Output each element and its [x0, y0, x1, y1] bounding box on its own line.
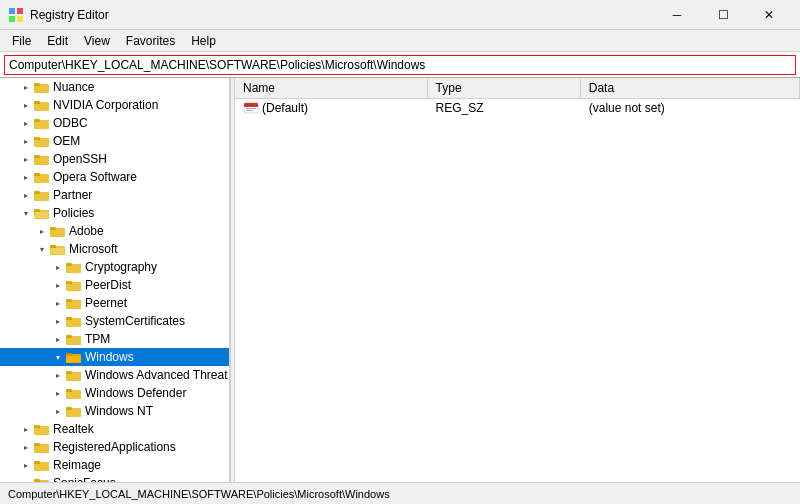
tree-item-label: PeerDist: [85, 276, 131, 294]
expand-icon[interactable]: ▸: [34, 223, 50, 239]
collapse-icon[interactable]: ▾: [50, 349, 66, 365]
menu-item-file[interactable]: File: [4, 30, 39, 52]
folder-icon: [66, 261, 82, 274]
tree-panel[interactable]: ▸ Nuance▸ NVIDIA Corporation▸ ODBC▸ OEM▸…: [0, 78, 230, 482]
tree-item[interactable]: ▸ OEM: [0, 132, 229, 150]
folder-icon: [66, 297, 82, 310]
expand-icon[interactable]: ▸: [18, 151, 34, 167]
svg-rect-17: [34, 191, 40, 194]
tree-item[interactable]: ▸ Opera Software: [0, 168, 229, 186]
menu-bar: FileEditViewFavoritesHelp: [0, 30, 800, 52]
title-bar: Registry Editor ─ ☐ ✕: [0, 0, 800, 30]
svg-rect-42: [66, 353, 72, 356]
tree-item[interactable]: ▸ Cryptography: [0, 258, 229, 276]
expand-icon[interactable]: ▸: [18, 79, 34, 95]
app-icon: [8, 7, 24, 23]
expand-icon[interactable]: ▸: [18, 169, 34, 185]
svg-rect-35: [66, 299, 72, 302]
collapse-icon[interactable]: ▾: [34, 241, 50, 257]
tree-item[interactable]: ▸ ODBC: [0, 114, 229, 132]
menu-item-edit[interactable]: Edit: [39, 30, 76, 52]
tree-item-label: ODBC: [53, 114, 88, 132]
tree-item[interactable]: ▸ Realtek: [0, 420, 229, 438]
expand-icon[interactable]: ▸: [18, 457, 34, 473]
svg-rect-46: [66, 371, 72, 374]
tree-item[interactable]: ▾ Windows: [0, 348, 229, 366]
svg-rect-13: [34, 155, 40, 158]
window-title: Registry Editor: [30, 8, 654, 22]
tree-item[interactable]: ▸ Nuance: [0, 78, 229, 96]
tree-item[interactable]: ▾ Microsoft: [0, 240, 229, 258]
folder-icon: [50, 225, 66, 238]
expand-icon[interactable]: ▸: [50, 277, 66, 293]
tree-item-label: Opera Software: [53, 168, 137, 186]
folder-icon: [34, 81, 50, 94]
expand-icon[interactable]: ▸: [50, 385, 66, 401]
tree-item-label: Realtek: [53, 420, 94, 438]
svg-rect-52: [34, 425, 40, 428]
folder-icon: [66, 279, 82, 292]
expand-icon[interactable]: ▸: [18, 475, 34, 482]
tree-item[interactable]: ▸ NVIDIA Corporation: [0, 96, 229, 114]
table-row[interactable]: (Default)REG_SZ(value not set): [235, 98, 800, 117]
address-input[interactable]: [4, 55, 796, 75]
tree-item[interactable]: ▸ Adobe: [0, 222, 229, 240]
expand-icon[interactable]: ▸: [18, 187, 34, 203]
menu-item-favorites[interactable]: Favorites: [118, 30, 183, 52]
tree-item[interactable]: ▸ Windows Defender: [0, 384, 229, 402]
table-header-row: NameTypeData: [235, 78, 800, 98]
folder-icon: [50, 243, 66, 256]
expand-icon[interactable]: ▸: [18, 133, 34, 149]
svg-rect-27: [50, 245, 56, 248]
svg-rect-50: [66, 407, 72, 410]
tree-item-label: SonicFocus: [53, 474, 116, 482]
tree-item[interactable]: ▸ PeerDist: [0, 276, 229, 294]
folder-icon: [34, 441, 50, 454]
expand-icon[interactable]: ▸: [18, 421, 34, 437]
minimize-button[interactable]: ─: [654, 0, 700, 30]
expand-icon[interactable]: ▸: [50, 331, 66, 347]
tree-item-label: Microsoft: [69, 240, 118, 258]
svg-rect-39: [66, 335, 72, 338]
tree-item[interactable]: ▸ SonicFocus: [0, 474, 229, 482]
expand-icon[interactable]: ▸: [18, 439, 34, 455]
tree-item-label: NVIDIA Corporation: [53, 96, 158, 114]
expand-icon[interactable]: ▸: [18, 97, 34, 113]
svg-rect-5: [34, 83, 40, 86]
maximize-button[interactable]: ☐: [700, 0, 746, 30]
svg-rect-70: [246, 110, 253, 111]
svg-rect-20: [34, 209, 40, 212]
collapse-icon[interactable]: ▾: [18, 205, 34, 221]
registry-data-cell: (value not set): [580, 98, 799, 117]
menu-item-view[interactable]: View: [76, 30, 118, 52]
folder-icon: [66, 387, 82, 400]
tree-item-label: Nuance: [53, 78, 94, 96]
expand-icon[interactable]: ▸: [50, 295, 66, 311]
tree-item[interactable]: ▸ Windows Advanced Threat Prote…: [0, 366, 229, 384]
expand-icon[interactable]: ▸: [50, 403, 66, 419]
expand-icon[interactable]: ▸: [18, 115, 34, 131]
tree-item[interactable]: ▸ Partner: [0, 186, 229, 204]
expand-icon[interactable]: ▸: [50, 367, 66, 383]
tree-item[interactable]: ▸ SystemCertificates: [0, 312, 229, 330]
folder-icon: [34, 117, 50, 130]
menu-item-help[interactable]: Help: [183, 30, 224, 52]
tree-item[interactable]: ▸ Peernet: [0, 294, 229, 312]
tree-item[interactable]: ▸ Reimage: [0, 456, 229, 474]
tree-item[interactable]: ▾ Policies: [0, 204, 229, 222]
tree-item[interactable]: ▸ Windows NT: [0, 402, 229, 420]
folder-icon: [66, 351, 82, 364]
tree-item[interactable]: ▸ OpenSSH: [0, 150, 229, 168]
expand-icon[interactable]: ▸: [50, 259, 66, 275]
expand-icon[interactable]: ▸: [50, 313, 66, 329]
registry-name-cell: (Default): [235, 98, 427, 117]
close-button[interactable]: ✕: [746, 0, 792, 30]
tree-item[interactable]: ▸ TPM: [0, 330, 229, 348]
svg-rect-7: [34, 101, 40, 104]
svg-rect-3: [17, 16, 23, 22]
tree-item[interactable]: ▸ RegisteredApplications: [0, 438, 229, 456]
tree-item-label: Adobe: [69, 222, 104, 240]
svg-marker-44: [66, 356, 81, 362]
tree-item-label: Windows Advanced Threat Prote…: [85, 366, 230, 384]
tree-item-label: RegisteredApplications: [53, 438, 176, 456]
